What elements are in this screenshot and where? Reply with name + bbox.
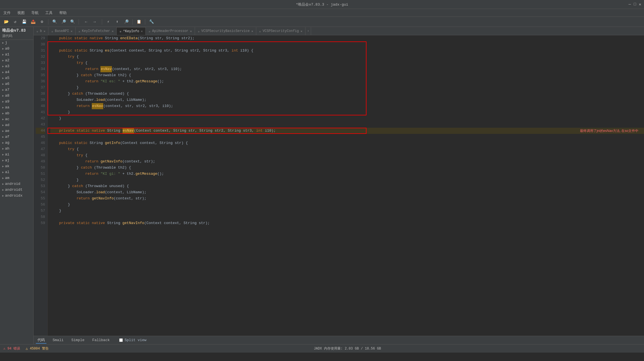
code-line-56: } bbox=[50, 202, 644, 208]
sidebar-item-aj[interactable]: ▶ aj bbox=[0, 157, 33, 163]
decompile-button[interactable]: ⚡ bbox=[104, 18, 112, 26]
bottom-tab-simple[interactable]: Simple bbox=[70, 337, 86, 343]
sidebar-item-androidx[interactable]: ▶ androidx bbox=[0, 193, 33, 199]
code-line-47: try { bbox=[50, 146, 644, 152]
split-view-checkbox[interactable] bbox=[119, 338, 123, 342]
sidebar-item-ag[interactable]: ▶ ag bbox=[0, 140, 33, 146]
expand-icon-ag: ▶ bbox=[2, 141, 4, 145]
sidebar-label-ah: ah bbox=[5, 146, 10, 151]
error-count: ⚠ 94 错误 bbox=[3, 346, 20, 351]
expand-icon-al: ▶ bbox=[2, 171, 4, 174]
tab-icon-b: ☕ bbox=[36, 29, 38, 33]
sidebar-item-a4[interactable]: ▶ a4 bbox=[0, 69, 33, 75]
sidebar-item-af[interactable]: ▶ af bbox=[0, 134, 33, 140]
tab-icon-keyinfo: ☕ bbox=[119, 29, 121, 33]
close-button[interactable]: ✕ bbox=[639, 2, 641, 7]
sidebar-label-af: af bbox=[5, 135, 10, 139]
code-line-50: } catch (Throwable th2) { bbox=[50, 165, 644, 171]
split-view-label: Split view bbox=[124, 338, 146, 342]
sidebar-item-aa[interactable]: ▶ aa bbox=[0, 104, 33, 110]
tab-vcspsecuritybasicservice[interactable]: ☕ VCSPSecurityBasicService ✕ bbox=[195, 27, 256, 35]
menu-tools[interactable]: 工具 bbox=[44, 10, 54, 16]
sidebar-label-androidt: androidt bbox=[5, 188, 22, 192]
bottom-tab-code[interactable]: 代码 bbox=[36, 337, 46, 344]
sidebar-item-ak[interactable]: ▶ ak bbox=[0, 163, 33, 169]
search-class-button[interactable]: 🔎 bbox=[60, 18, 67, 26]
jump-button[interactable]: ⬆ bbox=[113, 18, 121, 26]
sidebar-item-a9[interactable]: ▶ a9 bbox=[0, 99, 33, 104]
sidebar-header-label: 源代码 bbox=[2, 34, 31, 38]
tab-close-vcspsecurity[interactable]: ✕ bbox=[251, 29, 253, 33]
tab-close-baseapi[interactable]: ✕ bbox=[71, 29, 73, 33]
sidebar-item-a6[interactable]: ▶ a6 bbox=[0, 81, 33, 87]
menu-bar: 文件 视图 导航 工具 帮助 bbox=[0, 9, 644, 17]
tab-close-keyinfofetcher[interactable]: ✕ bbox=[112, 29, 114, 33]
maximize-button[interactable]: □ bbox=[634, 2, 636, 7]
tab-close-keyinfo[interactable]: ✕ bbox=[141, 29, 143, 33]
sidebar-item-a2[interactable]: ▶ a2 bbox=[0, 57, 33, 63]
sidebar-item-a3[interactable]: ▶ a3 bbox=[0, 63, 33, 69]
line-num-59: 59 bbox=[36, 220, 45, 226]
tab-close-b[interactable]: ✕ bbox=[44, 29, 46, 33]
menu-help[interactable]: 帮助 bbox=[58, 10, 68, 16]
preferences-button[interactable]: 🔧 bbox=[147, 18, 155, 26]
bottom-tab-fallback[interactable]: Fallback bbox=[91, 337, 111, 343]
find-button[interactable]: 🔎 bbox=[122, 18, 130, 26]
back-button[interactable]: ← bbox=[82, 18, 90, 26]
code-line-38: } catch (Throwable unused) { bbox=[50, 91, 644, 97]
code-line-53: } catch (Throwable unused) { bbox=[50, 183, 644, 189]
sidebar-item-a5[interactable]: ▶ a5 bbox=[0, 75, 33, 81]
tab-b[interactable]: ☕ b ✕ bbox=[34, 27, 48, 35]
search-button[interactable]: 🔍 bbox=[51, 18, 58, 26]
open-button[interactable]: 📂 bbox=[2, 18, 10, 26]
sidebar-item-ah[interactable]: ▶ ah bbox=[0, 146, 33, 152]
tab-icon-keyinfofetcher: ☕ bbox=[78, 29, 80, 33]
sidebar-item-j[interactable]: ▶ j bbox=[0, 40, 33, 46]
tab-keyinfo[interactable]: ☕ *KeyInfo ✕ bbox=[117, 27, 146, 35]
settings-button[interactable]: ⚙ bbox=[38, 18, 46, 26]
sidebar-item-ab[interactable]: ▶ ab bbox=[0, 110, 33, 116]
bottom-tab-smali[interactable]: Smali bbox=[51, 337, 65, 343]
sidebar-item-a7[interactable]: ▶ a7 bbox=[0, 87, 33, 93]
sidebar-item-a8[interactable]: ▶ a8 bbox=[0, 93, 33, 99]
tab-keyinfofetcher[interactable]: ☕ KeyInfoFetcher ✕ bbox=[76, 27, 117, 35]
sidebar-item-android[interactable]: ▶ android bbox=[0, 181, 33, 187]
code-area[interactable]: 29 30 31 32 33 34 35 36 37 38 39 40 41 4… bbox=[34, 35, 644, 336]
split-view-container: Split view bbox=[119, 338, 146, 342]
sidebar-item-androidt[interactable]: ▶ androidt bbox=[0, 187, 33, 193]
forward-button[interactable]: → bbox=[91, 18, 98, 26]
tab-vcspsecurityconfig[interactable]: ☕ VCSPSecurityConfig ✕ bbox=[256, 27, 305, 35]
tab-close-vcspsecurityconfig[interactable]: ✕ bbox=[300, 29, 302, 33]
sidebar-label-ak: ak bbox=[5, 164, 10, 168]
menu-file[interactable]: 文件 bbox=[2, 10, 12, 16]
tab-apiheaderprocessor[interactable]: ☕ ApiHeaderProcessor ✕ bbox=[146, 27, 195, 35]
expand-icon-a5: ▶ bbox=[2, 76, 4, 80]
code-line-58 bbox=[50, 214, 644, 220]
sidebar-item-am[interactable]: ▶ am bbox=[0, 175, 33, 181]
save-button[interactable]: 💾 bbox=[20, 18, 28, 26]
sidebar-item-ad[interactable]: ▶ ad bbox=[0, 122, 33, 128]
tab-label-vcspsecuritybasicservice: VCSPSecurityBasicService bbox=[201, 29, 250, 33]
menu-nav[interactable]: 导航 bbox=[30, 10, 40, 16]
line-num-51: 51 bbox=[36, 171, 45, 177]
refresh-button[interactable]: ↺ bbox=[11, 18, 19, 26]
code-line-42: } bbox=[50, 115, 644, 122]
sidebar-item-ac[interactable]: ▶ ac bbox=[0, 116, 33, 122]
minimize-button[interactable]: — bbox=[629, 2, 631, 7]
sidebar-item-ae[interactable]: ▶ ae bbox=[0, 128, 33, 134]
tab-baseapi[interactable]: ☕ BaseAPI ✕ bbox=[48, 27, 76, 35]
log-button[interactable]: 📋 bbox=[135, 18, 143, 26]
nav-arrows: ← → bbox=[82, 18, 98, 26]
memory-usage: JADX 内存使用量: 2.03 GB / 18.56 GB bbox=[54, 346, 641, 351]
export-button[interactable]: 📤 bbox=[29, 18, 37, 26]
sidebar-item-a1[interactable]: ▶ a1 bbox=[0, 52, 33, 57]
tab-scroll-right[interactable]: › bbox=[305, 27, 311, 35]
search-text-button[interactable]: 🔍 bbox=[69, 18, 76, 26]
expand-icon-a6: ▶ bbox=[2, 82, 4, 86]
sidebar-item-ai[interactable]: ▶ ai bbox=[0, 152, 33, 157]
sidebar-item-al[interactable]: ▶ al bbox=[0, 169, 33, 175]
tab-close-apiheaderprocessor[interactable]: ✕ bbox=[190, 29, 192, 33]
menu-view[interactable]: 视图 bbox=[16, 10, 26, 16]
sidebar-label-ac: ac bbox=[5, 117, 10, 121]
sidebar-item-a0[interactable]: ▶ a0 bbox=[0, 46, 33, 52]
